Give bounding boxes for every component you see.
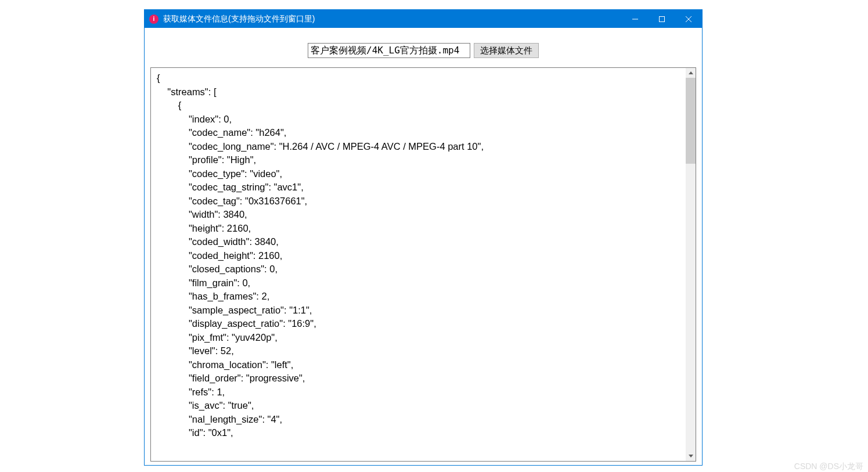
app-icon: i <box>149 15 159 24</box>
maximize-icon <box>659 16 665 22</box>
toolbar: 选择媒体文件 <box>150 43 696 58</box>
file-path-input[interactable] <box>308 43 470 58</box>
select-media-file-button[interactable]: 选择媒体文件 <box>474 43 539 58</box>
svg-rect-1 <box>660 16 665 21</box>
output-text[interactable]: { "streams": [ { "index": 0, "codec_name… <box>151 68 685 461</box>
titlebar[interactable]: i 获取媒体文件信息(支持拖动文件到窗口里) <box>145 10 702 28</box>
scroll-down-arrow[interactable] <box>686 451 696 461</box>
scroll-thumb[interactable] <box>686 78 696 164</box>
window-title: 获取媒体文件信息(支持拖动文件到窗口里) <box>163 14 622 24</box>
scroll-track[interactable] <box>686 78 696 451</box>
scroll-up-arrow[interactable] <box>686 68 696 78</box>
minimize-icon <box>632 16 638 22</box>
chevron-up-icon <box>689 71 693 74</box>
vertical-scrollbar[interactable] <box>686 68 696 461</box>
svg-marker-5 <box>689 455 693 457</box>
close-icon <box>686 16 691 22</box>
svg-marker-4 <box>689 71 693 74</box>
minimize-button[interactable] <box>622 10 649 28</box>
content-area: 选择媒体文件 { "streams": [ { "index": 0, "cod… <box>145 28 702 465</box>
app-window: i 获取媒体文件信息(支持拖动文件到窗口里) 选择媒体文件 { "streams… <box>144 9 703 466</box>
window-controls <box>622 10 702 28</box>
maximize-button[interactable] <box>649 10 675 28</box>
output-container: { "streams": [ { "index": 0, "codec_name… <box>150 67 696 462</box>
watermark: CSDN @DS小龙哥 <box>794 462 863 472</box>
close-button[interactable] <box>675 10 702 28</box>
chevron-down-icon <box>689 455 693 457</box>
